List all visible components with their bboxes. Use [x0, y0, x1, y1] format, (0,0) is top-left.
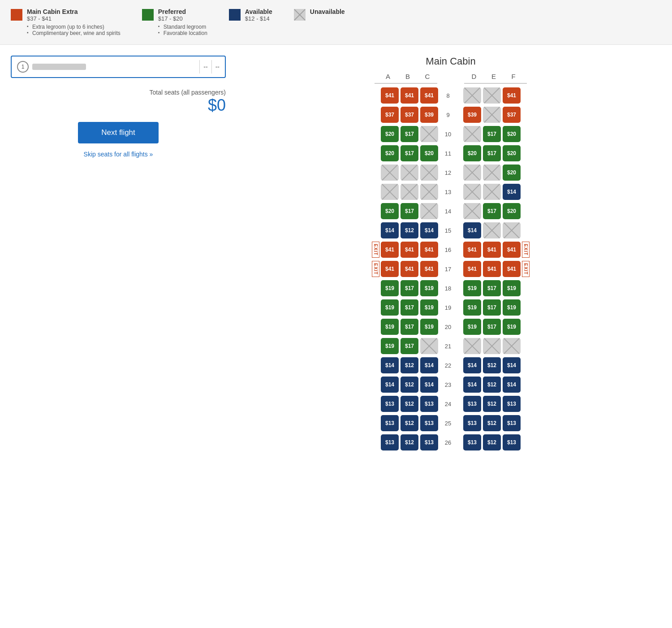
seat-20D[interactable]: $19 — [463, 319, 481, 335]
seat-26B[interactable]: $12 — [401, 434, 418, 450]
seat-22E[interactable]: $12 — [483, 357, 501, 373]
seat-23C[interactable]: $14 — [420, 377, 438, 393]
seat-10F[interactable]: $20 — [503, 126, 521, 142]
seat-11E[interactable]: $17 — [483, 145, 501, 161]
seat-26E[interactable]: $12 — [483, 434, 501, 450]
seat-19E[interactable]: $17 — [483, 299, 501, 316]
seat-16D[interactable]: $41 — [463, 242, 481, 258]
seat-16F[interactable]: $41 — [503, 242, 521, 258]
seat-26D[interactable]: $13 — [463, 434, 481, 450]
seat-12C[interactable] — [420, 165, 438, 181]
next-flight-button[interactable]: Next flight — [78, 122, 159, 143]
seat-20C[interactable]: $19 — [420, 319, 438, 335]
seat-16E[interactable]: $41 — [483, 242, 501, 258]
seat-15E[interactable] — [483, 222, 501, 238]
seat-24F[interactable]: $13 — [503, 396, 521, 412]
seat-17F[interactable]: $41 — [503, 261, 521, 277]
seat-24E[interactable]: $12 — [483, 396, 501, 412]
seat-25E[interactable]: $12 — [483, 415, 501, 431]
seat-24B[interactable]: $12 — [401, 396, 418, 412]
seat-15A[interactable]: $14 — [381, 222, 399, 238]
seat-23E[interactable]: $12 — [483, 377, 501, 393]
seat-16B[interactable]: $41 — [401, 242, 418, 258]
seat-16C[interactable]: $41 — [420, 242, 438, 258]
seat-26A[interactable]: $13 — [381, 434, 399, 450]
seat-13B[interactable] — [401, 184, 418, 200]
seat-15B[interactable]: $12 — [401, 222, 418, 238]
seat-17D[interactable]: $41 — [463, 261, 481, 277]
seat-8C[interactable]: $41 — [420, 87, 438, 104]
seat-20A[interactable]: $19 — [381, 319, 399, 335]
seat-25A[interactable]: $13 — [381, 415, 399, 431]
seat-15D[interactable]: $14 — [463, 222, 481, 238]
seat-8E[interactable] — [483, 87, 501, 104]
seat-14E[interactable]: $17 — [483, 203, 501, 219]
seat-21A[interactable]: $19 — [381, 338, 399, 354]
seat-8A[interactable]: $41 — [381, 87, 399, 104]
seat-13A[interactable] — [381, 184, 399, 200]
seat-25F[interactable]: $13 — [503, 415, 521, 431]
seat-17A[interactable]: $41 — [381, 261, 399, 277]
seat-20F[interactable]: $19 — [503, 319, 521, 335]
seat-10D[interactable] — [463, 126, 481, 142]
seat-12D[interactable] — [463, 165, 481, 181]
seat-12F[interactable]: $20 — [503, 165, 521, 181]
seat-19F[interactable]: $19 — [503, 299, 521, 316]
seat-10E[interactable]: $17 — [483, 126, 501, 142]
seat-11C[interactable]: $20 — [420, 145, 438, 161]
skip-seats-link[interactable]: Skip seats for all flights » — [11, 151, 226, 158]
seat-9F[interactable]: $37 — [503, 107, 521, 123]
seat-15F[interactable] — [503, 222, 521, 238]
seat-20B[interactable]: $17 — [401, 319, 418, 335]
seat-13F[interactable]: $14 — [503, 184, 521, 200]
seat-11D[interactable]: $20 — [463, 145, 481, 161]
seat-10B[interactable]: $17 — [401, 126, 418, 142]
seat-9B[interactable]: $37 — [401, 107, 418, 123]
seat-25C[interactable]: $13 — [420, 415, 438, 431]
seat-13C[interactable] — [420, 184, 438, 200]
seat-10A[interactable]: $20 — [381, 126, 399, 142]
seat-23B[interactable]: $12 — [401, 377, 418, 393]
seat-14A[interactable]: $20 — [381, 203, 399, 219]
seat-14D[interactable] — [463, 203, 481, 219]
seat-14B[interactable]: $17 — [401, 203, 418, 219]
seat-22F[interactable]: $14 — [503, 357, 521, 373]
seat-10C[interactable] — [420, 126, 438, 142]
seat-24C[interactable]: $13 — [420, 396, 438, 412]
seat-18F[interactable]: $19 — [503, 280, 521, 296]
seat-13D[interactable] — [463, 184, 481, 200]
seat-26F[interactable]: $13 — [503, 434, 521, 450]
seat-8B[interactable]: $41 — [401, 87, 418, 104]
seat-11A[interactable]: $20 — [381, 145, 399, 161]
seat-21D[interactable] — [463, 338, 481, 354]
seat-9A[interactable]: $37 — [381, 107, 399, 123]
seat-13E[interactable] — [483, 184, 501, 200]
seat-22D[interactable]: $14 — [463, 357, 481, 373]
seat-18A[interactable]: $19 — [381, 280, 399, 296]
seat-21C[interactable] — [420, 338, 438, 354]
seat-8D[interactable] — [463, 87, 481, 104]
seat-17C[interactable]: $41 — [420, 261, 438, 277]
seat-11F[interactable]: $20 — [503, 145, 521, 161]
seat-16A[interactable]: $41 — [381, 242, 399, 258]
seat-19B[interactable]: $17 — [401, 299, 418, 316]
seat-12E[interactable] — [483, 165, 501, 181]
seat-9E[interactable] — [483, 107, 501, 123]
seat-22B[interactable]: $12 — [401, 357, 418, 373]
seat-21B[interactable]: $17 — [401, 338, 418, 354]
seat-9C[interactable]: $39 — [420, 107, 438, 123]
seat-18D[interactable]: $19 — [463, 280, 481, 296]
seat-23A[interactable]: $14 — [381, 377, 399, 393]
seat-12B[interactable] — [401, 165, 418, 181]
seat-26C[interactable]: $13 — [420, 434, 438, 450]
seat-24A[interactable]: $13 — [381, 396, 399, 412]
seat-9D[interactable]: $39 — [463, 107, 481, 123]
seat-17E[interactable]: $41 — [483, 261, 501, 277]
seat-14C[interactable] — [420, 203, 438, 219]
seat-20E[interactable]: $17 — [483, 319, 501, 335]
seat-23F[interactable]: $14 — [503, 377, 521, 393]
seat-15C[interactable]: $14 — [420, 222, 438, 238]
seat-11B[interactable]: $17 — [401, 145, 418, 161]
seat-18B[interactable]: $17 — [401, 280, 418, 296]
seat-18E[interactable]: $17 — [483, 280, 501, 296]
